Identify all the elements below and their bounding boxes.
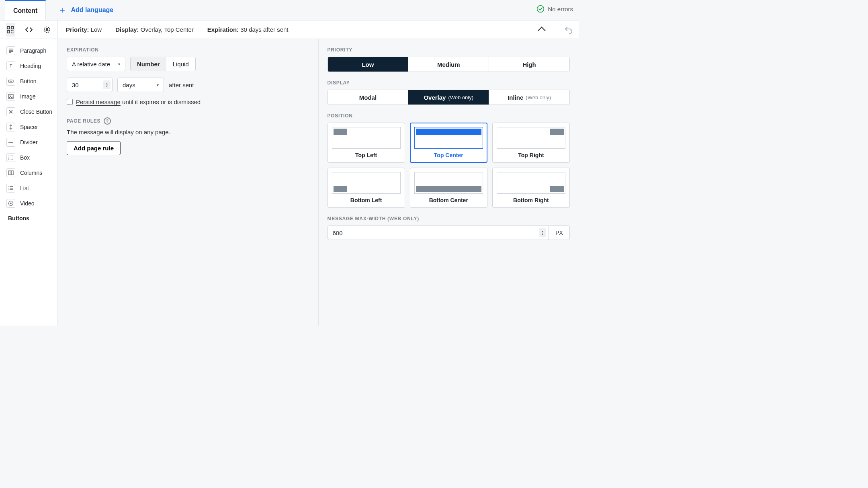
format-liquid-option[interactable]: Liquid <box>166 57 195 71</box>
element-label: Spacer <box>20 124 38 130</box>
help-icon[interactable]: ? <box>104 117 111 125</box>
svg-rect-11 <box>8 171 13 175</box>
display-overlay[interactable]: Overlay(Web only) <box>408 90 489 105</box>
persist-desc: until it expires or is dismissed <box>122 98 201 105</box>
target-mode-button[interactable] <box>42 23 52 37</box>
chevron-down-icon: ▾ <box>116 61 122 67</box>
position-caption: Top Center <box>434 152 463 158</box>
number-stepper-icon[interactable]: ▲▼ <box>103 80 111 89</box>
element-image[interactable]: Image <box>4 89 57 104</box>
element-divider[interactable]: Divider <box>4 135 57 150</box>
priority-high[interactable]: High <box>489 57 569 72</box>
add-language-button[interactable]: ＋ Add language <box>58 6 113 14</box>
display-segment: Modal Overlay(Web only) Inline(Web only) <box>328 90 570 105</box>
svg-point-13 <box>8 188 9 189</box>
svg-point-5 <box>46 28 48 30</box>
position-caption: Bottom Center <box>429 197 468 203</box>
element-label: Columns <box>20 170 42 176</box>
svg-point-0 <box>537 6 544 12</box>
heading-icon: T <box>6 62 15 70</box>
code-icon <box>25 26 33 33</box>
svg-point-12 <box>8 186 9 187</box>
add-language-label: Add language <box>71 6 113 14</box>
position-top-center[interactable]: Top Center <box>410 123 487 163</box>
list-icon <box>6 184 15 193</box>
svg-rect-2 <box>11 27 14 29</box>
priority-low[interactable]: Low <box>328 57 409 72</box>
element-columns[interactable]: Columns <box>4 165 57 180</box>
blocks-icon <box>7 26 14 33</box>
element-spacer[interactable]: Spacer <box>4 119 57 135</box>
position-thumb <box>332 172 401 194</box>
position-top-right[interactable]: Top Right <box>492 123 570 163</box>
priority-label: PRIORITY <box>328 47 570 53</box>
position-bottom-center[interactable]: Bottom Center <box>410 168 487 208</box>
svg-rect-10 <box>9 156 13 160</box>
element-box[interactable]: Box <box>4 150 57 165</box>
position-thumb <box>332 127 401 149</box>
element-label: Heading <box>20 63 41 69</box>
element-paragraph[interactable]: Paragraph <box>4 43 57 58</box>
blocks-mode-button[interactable] <box>6 23 15 37</box>
position-caption: Bottom Left <box>350 197 382 203</box>
element-list[interactable]: List <box>4 180 57 196</box>
maxwidth-unit: PX <box>549 226 570 240</box>
element-label: Close Button <box>20 109 52 115</box>
expiration-unit-select[interactable]: days ▾ <box>117 78 164 92</box>
select-value: A relative date <box>72 61 110 68</box>
status-no-errors: No errors <box>536 5 573 13</box>
maxwidth-label: MESSAGE MAX-WIDTH (WEB ONLY) <box>328 216 570 221</box>
select-value: days <box>123 82 135 88</box>
format-number-option[interactable]: Number <box>131 57 166 71</box>
add-page-rule-button[interactable]: Add page rule <box>67 141 121 155</box>
position-top-left[interactable]: Top Left <box>328 123 405 163</box>
checkmark-circle-icon <box>536 5 545 13</box>
editor-mode-row <box>0 21 57 39</box>
element-button[interactable]: Button <box>4 74 57 89</box>
persist-checkbox[interactable] <box>67 99 73 105</box>
element-label: List <box>20 185 29 191</box>
priority-segment: Low Medium High <box>328 57 570 72</box>
priority-medium[interactable]: Medium <box>408 57 489 72</box>
input-value: 30 <box>72 82 79 88</box>
position-caption: Top Right <box>518 152 544 158</box>
display-inline[interactable]: Inline(Web only) <box>489 90 569 105</box>
expiration-mode-select[interactable]: A relative date ▾ <box>67 57 125 71</box>
image-icon <box>6 92 15 101</box>
paragraph-icon <box>6 46 15 55</box>
maxwidth-input[interactable]: 600 ▲▼ <box>328 226 549 240</box>
svg-point-14 <box>8 189 9 190</box>
position-thumb <box>497 172 565 194</box>
position-bottom-right[interactable]: Bottom Right <box>492 168 570 208</box>
video-icon <box>6 199 15 208</box>
code-mode-button[interactable] <box>24 23 34 37</box>
position-caption: Top Left <box>355 152 377 158</box>
position-thumb <box>414 172 483 194</box>
element-close-button[interactable]: Close Button <box>4 104 57 119</box>
position-bottom-left[interactable]: Bottom Left <box>328 168 405 208</box>
svg-rect-1 <box>7 27 10 29</box>
status-text: No errors <box>548 6 573 12</box>
undo-icon[interactable] <box>564 26 573 34</box>
target-icon <box>43 26 51 34</box>
collapse-icon[interactable] <box>538 27 546 35</box>
summary-display: Display: Overlay, Top Center <box>115 26 194 33</box>
position-thumb <box>414 127 483 149</box>
tab-content[interactable]: Content <box>5 0 46 20</box>
button-icon <box>6 77 15 86</box>
element-label: Video <box>20 200 35 207</box>
position-label: POSITION <box>328 113 570 119</box>
expiration-value-input[interactable]: 30 ▲▼ <box>67 78 113 92</box>
persist-label[interactable]: Persist message <box>76 98 121 105</box>
divider-icon <box>6 138 15 147</box>
chevron-down-icon: ▾ <box>155 82 160 88</box>
element-heading[interactable]: T Heading <box>4 58 57 74</box>
element-label: Box <box>20 154 30 161</box>
number-stepper-icon[interactable]: ▲▼ <box>539 228 546 237</box>
element-video[interactable]: Video <box>4 196 57 211</box>
expiration-suffix: after sent <box>169 82 194 88</box>
plus-icon: ＋ <box>58 6 67 14</box>
box-icon <box>6 153 15 162</box>
display-modal[interactable]: Modal <box>328 90 409 105</box>
position-caption: Bottom Right <box>513 197 549 203</box>
